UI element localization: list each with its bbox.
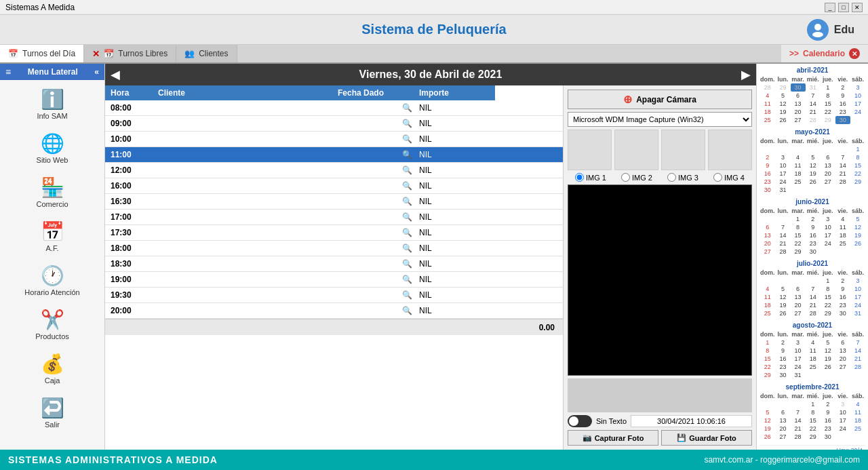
- calendar-day[interactable]: 4: [835, 215, 850, 223]
- calendar-day[interactable]: 5: [821, 338, 835, 347]
- calendar-day[interactable]: 19: [850, 231, 865, 239]
- calendar-day[interactable]: 26: [850, 239, 865, 248]
- calendar-day[interactable]: 6: [760, 223, 776, 231]
- tab-clientes[interactable]: 👥 Clientes: [176, 45, 237, 62]
- save-photo-button[interactable]: 💾 Guardar Foto: [661, 430, 752, 446]
- calendar-day[interactable]: 2: [835, 277, 850, 285]
- table-row[interactable]: 12:00 🔍 NIL: [105, 163, 563, 178]
- table-row[interactable]: 17:30 🔍 NIL: [105, 225, 563, 241]
- calendar-day[interactable]: 5: [850, 215, 865, 223]
- calendar-day[interactable]: 13: [791, 100, 806, 108]
- search-icon-cell[interactable]: 🔍: [332, 116, 414, 132]
- calendar-day[interactable]: 18: [806, 355, 821, 363]
- calendar-day[interactable]: 6: [821, 153, 835, 161]
- calendar-day[interactable]: 14: [776, 231, 791, 239]
- calendar-day[interactable]: 26: [760, 433, 776, 441]
- sidebar-item-comercio[interactable]: 🏪 Comercio: [5, 171, 100, 214]
- calendar-day[interactable]: 10: [850, 285, 865, 293]
- calendar-day[interactable]: 15: [791, 231, 806, 239]
- calendar-day[interactable]: 24: [835, 425, 850, 433]
- calendar-day[interactable]: 30: [806, 248, 821, 256]
- text-toggle[interactable]: [568, 415, 592, 427]
- sidebar-item-af[interactable]: 📅 A.F.: [5, 215, 100, 258]
- calendar-day[interactable]: 30: [791, 83, 806, 92]
- img4-radio[interactable]: [713, 173, 722, 182]
- calendar-day[interactable]: 24: [791, 363, 806, 371]
- calendar-day[interactable]: 13: [791, 293, 806, 301]
- calendar-day[interactable]: 14: [791, 416, 806, 425]
- calendar-day[interactable]: 14: [806, 293, 821, 301]
- next-day-button[interactable]: ▶: [736, 67, 756, 82]
- calendar-day[interactable]: 27: [835, 363, 850, 371]
- calendar-day[interactable]: 25: [760, 116, 776, 124]
- calendar-day[interactable]: 24: [850, 301, 865, 309]
- calendar-day[interactable]: 18: [760, 301, 776, 309]
- calendar-day[interactable]: 24: [776, 178, 791, 186]
- calendar-day[interactable]: 29: [760, 371, 776, 379]
- calendar-day[interactable]: 30: [835, 116, 850, 124]
- calendar-day[interactable]: 1: [850, 145, 865, 153]
- calendar-day[interactable]: 10: [776, 161, 791, 170]
- calendar-day[interactable]: 17: [791, 355, 806, 363]
- calendar-day[interactable]: 8: [791, 223, 806, 231]
- sidebar-item-info-sam[interactable]: ℹ️ Info SAM: [5, 83, 100, 125]
- calendar-day[interactable]: 22: [821, 108, 835, 116]
- table-row[interactable]: 16:30 🔍 NIL: [105, 194, 563, 210]
- calendar-day[interactable]: 7: [791, 408, 806, 416]
- calendar-day[interactable]: 30: [760, 186, 776, 194]
- calendar-day[interactable]: 19: [776, 301, 791, 309]
- calendar-day[interactable]: 1: [760, 338, 776, 347]
- calendar-day[interactable]: 23: [776, 363, 791, 371]
- calendar-day[interactable]: 13: [776, 416, 791, 425]
- calendar-day[interactable]: 25: [760, 309, 776, 317]
- calendar-tab[interactable]: >> Calendario ✕: [781, 45, 868, 62]
- calendar-day[interactable]: 10: [835, 408, 850, 416]
- calendar-day[interactable]: 9: [835, 285, 850, 293]
- calendar-day[interactable]: 4: [760, 92, 776, 100]
- calendar-day[interactable]: 11: [760, 293, 776, 301]
- calendar-day[interactable]: 8: [806, 408, 821, 416]
- calendar-day[interactable]: 31: [806, 83, 821, 92]
- calendar-day[interactable]: 6: [791, 285, 806, 293]
- calendar-day[interactable]: 12: [821, 347, 835, 355]
- calendar-day[interactable]: 4: [791, 153, 806, 161]
- img3-radio-label[interactable]: IMG 3: [667, 173, 698, 182]
- search-icon-cell[interactable]: 🔍: [332, 288, 414, 303]
- calendar-day[interactable]: 29: [850, 178, 865, 186]
- calendar-day[interactable]: 17: [821, 231, 835, 239]
- calendar-day[interactable]: 15: [821, 100, 835, 108]
- calendar-day[interactable]: 28: [806, 309, 821, 317]
- calendar-day[interactable]: 21: [835, 170, 850, 178]
- sidebar-item-caja[interactable]: 💰 Caja: [5, 347, 100, 390]
- calendar-day[interactable]: 7: [806, 285, 821, 293]
- calendar-day[interactable]: 22: [821, 301, 835, 309]
- calendar-day[interactable]: 4: [806, 338, 821, 347]
- calendar-day[interactable]: 3: [850, 277, 865, 285]
- calendar-day[interactable]: 27: [791, 309, 806, 317]
- calendar-day[interactable]: 23: [821, 425, 835, 433]
- calendar-day[interactable]: 13: [760, 231, 776, 239]
- calendar-day[interactable]: 3: [821, 215, 835, 223]
- table-row[interactable]: 19:30 🔍 NIL: [105, 288, 563, 303]
- calendar-day[interactable]: 22: [791, 239, 806, 248]
- calendar-day[interactable]: 30: [835, 309, 850, 317]
- calendar-day[interactable]: 12: [850, 223, 865, 231]
- calendar-day[interactable]: 3: [835, 400, 850, 408]
- calendar-day[interactable]: 21: [850, 355, 865, 363]
- calendar-day[interactable]: 28: [776, 248, 791, 256]
- calendar-day[interactable]: 14: [835, 161, 850, 170]
- calendar-day[interactable]: 21: [791, 425, 806, 433]
- calendar-day[interactable]: 25: [835, 239, 850, 248]
- img2-radio[interactable]: [621, 173, 630, 182]
- calendar-day[interactable]: 12: [760, 416, 776, 425]
- calendar-day[interactable]: 15: [760, 355, 776, 363]
- calendar-day[interactable]: 18: [760, 108, 776, 116]
- calendar-day[interactable]: 20: [791, 108, 806, 116]
- calendar-day[interactable]: 12: [776, 293, 791, 301]
- calendar-day[interactable]: 29: [821, 116, 835, 124]
- calendar-day[interactable]: 21: [806, 301, 821, 309]
- img1-radio-label[interactable]: IMG 1: [575, 173, 606, 182]
- calendar-day[interactable]: 2: [821, 400, 835, 408]
- calendar-day[interactable]: 26: [776, 309, 791, 317]
- calendar-day[interactable]: 23: [760, 178, 776, 186]
